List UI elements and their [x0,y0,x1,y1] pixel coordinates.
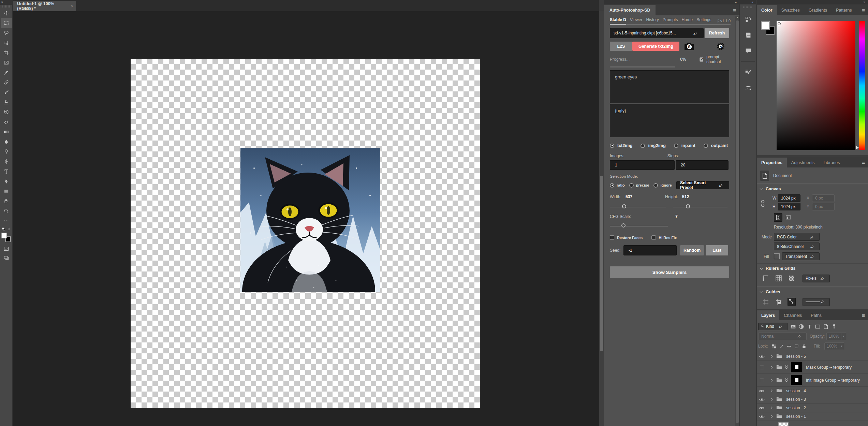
rectangular-marquee-tool[interactable] [1,18,12,28]
generate-txt2img-button[interactable]: Generate txt2img [632,42,679,51]
screenshot-camera-icon[interactable]: S [684,42,694,51]
brush-settings-icon[interactable] [740,64,757,80]
edit-toolbar[interactable] [1,216,12,226]
expand-chevron-icon[interactable] [770,366,773,368]
transparency-grid-icon[interactable] [788,274,796,282]
expand-chevron-icon[interactable] [770,415,773,418]
lasso-tool[interactable] [1,28,12,38]
sd-tab-viewer[interactable]: Viewer [630,17,642,23]
cfg-scale-slider[interactable] [610,226,668,226]
l2s-button[interactable]: L2S [610,42,632,51]
panel-menu-icon[interactable]: ≡ [733,7,736,13]
mode-inpaint-radio[interactable]: inpaint [674,143,695,148]
bit-depth-select[interactable]: 8 Bits/Channel ▾ [774,243,820,250]
pin-filter-icon[interactable] [830,323,837,330]
collapse-panel-icon[interactable]: » [735,0,737,4]
sd-tab-history[interactable]: History [646,17,659,23]
guides-lock-icon[interactable] [775,298,783,306]
swap-colors-icon[interactable] [7,227,11,232]
spot-healing-brush-tool[interactable] [1,77,12,87]
radio-icon[interactable] [629,183,634,188]
foreground-color-swatch[interactable] [1,233,7,238]
fill-swatch[interactable] [774,253,780,259]
canvas-width-input[interactable]: 1024 px [778,194,800,202]
color-mode-select[interactable]: RGB Color ▾ [774,233,820,241]
tab-gradients[interactable]: Gradients [804,5,832,15]
adjustment-filter-icon[interactable] [798,323,805,330]
radio-icon[interactable] [610,144,614,148]
width-slider[interactable] [610,207,666,207]
images-input[interactable]: 1 [610,160,675,170]
panel-menu-icon[interactable]: ≡ [862,312,865,318]
slider-thumb[interactable] [622,204,626,208]
mode-outpaint-radio[interactable]: outpaint [704,143,728,148]
comments-icon[interactable] [740,43,757,59]
collapse-section-icon[interactable] [760,187,763,190]
layer-row[interactable]: session - 4 [757,387,868,395]
lock-all-icon[interactable] [801,343,807,349]
tab-color[interactable]: Color [757,5,777,15]
brushes-icon[interactable] [740,80,757,96]
canvas-height-input[interactable]: 1024 px [778,203,800,210]
layer-visibility-toggle[interactable] [757,361,767,373]
expand-panel-icon[interactable]: » [0,0,12,5]
layer-name[interactable]: session - 3 [786,397,806,402]
eraser-tool[interactable] [1,117,12,127]
frame-tool[interactable] [1,58,12,68]
layer-row[interactable]: Mask Group -- temporary [757,361,868,374]
radio-icon[interactable] [653,183,658,188]
smart-guides-icon[interactable] [788,298,796,306]
lock-move-icon[interactable] [786,343,792,349]
link-dimensions-icon[interactable] [761,199,765,210]
mode-img2img-radio[interactable]: img2img [641,143,665,148]
clone-stamp-tool[interactable] [1,97,12,107]
type-tool[interactable] [1,166,12,176]
gradient-tool[interactable] [1,127,12,137]
scrollbar-thumb[interactable] [736,20,739,423]
layer-visibility-toggle[interactable] [757,421,767,426]
layer-filter-select[interactable]: Kind ▾ [758,323,788,330]
smartobject-filter-icon[interactable] [822,323,829,330]
type-filter-icon[interactable] [806,323,813,330]
screen-mode-icon[interactable] [1,253,12,262]
expand-chevron-icon[interactable] [770,355,773,358]
foreground-background-swatches[interactable] [1,233,11,242]
eyedropper-tool[interactable] [1,68,12,77]
height-slider[interactable] [673,207,727,207]
layer-visibility-eye-icon[interactable] [757,387,767,395]
brush-tool[interactable] [1,87,12,97]
dodge-tool[interactable] [1,147,12,157]
random-seed-button[interactable]: Random [680,245,704,255]
libraries-icon[interactable] [740,27,757,43]
collapse-left-icon[interactable]: « [751,0,753,4]
layer-name[interactable]: session - 4 [786,388,806,393]
quick-mask-icon[interactable] [1,244,12,253]
ruler-icon[interactable] [762,274,770,282]
pen-tool[interactable] [1,157,12,166]
tab-properties[interactable]: Properties [757,158,787,167]
last-seed-button[interactable]: Last [706,245,728,255]
expand-chevron-icon[interactable] [770,398,773,401]
layer-mask-thumbnail[interactable] [791,375,802,386]
close-icon[interactable]: × [71,4,73,9]
model-select[interactable]: sd-v1-5-inpainting.ckpt [c6bbc15... ▾ [610,28,704,38]
scroll-up-icon[interactable]: ▴ [735,16,739,20]
selection-precise-radio[interactable]: precise [629,183,649,188]
layer-name[interactable]: session - 5 [786,354,806,359]
collapse-section-icon[interactable] [760,290,763,293]
hue-slider-arrow[interactable] [856,146,859,149]
sd-tab-stable-d[interactable]: Stable D [610,17,626,25]
refresh-button[interactable]: Refresh [705,28,729,38]
saturation-brightness-field[interactable] [777,21,855,150]
lock-artboard-icon[interactable] [793,343,800,349]
radio-icon[interactable] [610,183,614,188]
restore-faces-checkbox[interactable] [610,235,614,240]
lock-paint-icon[interactable] [778,343,785,349]
zoom-tool[interactable] [1,206,12,216]
layer-visibility-toggle[interactable] [757,374,767,386]
seed-input[interactable]: -1 [623,245,677,255]
history-brush-tool[interactable] [1,107,12,117]
image-filter-icon[interactable] [790,323,796,330]
radio-icon[interactable] [641,144,645,148]
fill-select[interactable]: Transparent ▾ [782,252,820,260]
